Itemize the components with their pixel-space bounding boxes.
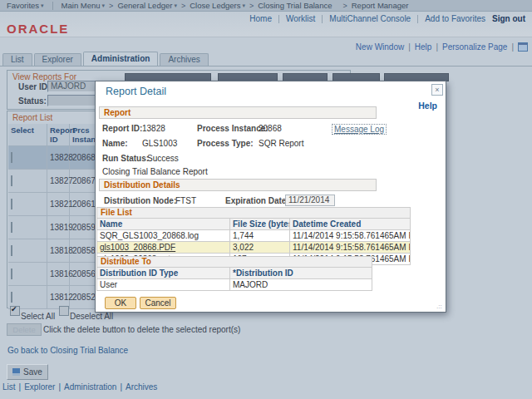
select-all-checkbox[interactable]: [10, 306, 20, 316]
add-to-favorites-link[interactable]: Add to Favorites: [425, 14, 485, 23]
file-row: gls1003_20868.PDF 3,022 11/14/2014 9:15:…: [96, 242, 411, 254]
breadcrumb-favorites[interactable]: Favorites ▾: [7, 1, 44, 10]
sign-out-link[interactable]: Sign out: [492, 14, 525, 23]
breadcrumb-label: Main Menu: [62, 1, 101, 10]
file-size-cell: 3,022: [230, 242, 290, 253]
breadcrumb: Favorites ▾ Main Menu ▾ > General Ledger…: [0, 0, 532, 12]
tab-list[interactable]: List: [2, 53, 32, 66]
ok-button[interactable]: OK: [105, 297, 136, 309]
tab-administration[interactable]: Administration: [83, 52, 159, 66]
breadcrumb-label: Favorites: [7, 1, 39, 10]
dropdown-caret-icon[interactable]: ▾: [102, 2, 106, 8]
breadcrumb-close-ledgers[interactable]: Close Ledgers ▾: [190, 1, 245, 10]
actions-separator: |: [408, 42, 411, 52]
breadcrumb-separator: >: [249, 2, 254, 10]
tab-archives[interactable]: Archives: [160, 53, 208, 66]
message-log-link[interactable]: Message Log: [332, 124, 387, 135]
modal-help-link[interactable]: Help: [418, 101, 437, 111]
page-actions: New Window | Help | Personalize Page |: [356, 42, 528, 52]
process-instance-value: 20868: [259, 124, 282, 133]
select-all-label: Select All: [21, 312, 55, 321]
delete-button[interactable]: Delete: [7, 323, 42, 336]
personalize-layout-icon[interactable]: [518, 42, 528, 52]
row-select-checkbox[interactable]: [11, 292, 12, 303]
worklist-link[interactable]: Worklist: [286, 14, 315, 23]
bottom-link-list[interactable]: List: [2, 382, 16, 392]
link-separator: |: [58, 382, 61, 392]
breadcrumb-label: Close Ledgers: [190, 1, 240, 10]
report-id-label: Report ID:: [102, 124, 142, 133]
go-back-link[interactable]: Go back to Closing Trial Balance: [7, 346, 128, 355]
save-label: Save: [23, 367, 42, 377]
report-description: Closing Trial Balance Report: [102, 167, 208, 176]
row-select-checkbox[interactable]: [11, 268, 12, 279]
nav-divider: [322, 15, 323, 23]
new-window-link[interactable]: New Window: [356, 42, 404, 52]
file-list-header: File List: [96, 207, 411, 219]
breadcrumb-separator: >: [181, 2, 185, 10]
breadcrumb-separator: >: [342, 2, 347, 10]
oracle-logo: ORACLE: [7, 22, 69, 36]
multichannel-console-link[interactable]: MultiChannel Console: [329, 14, 411, 23]
nav-divider: [278, 15, 279, 23]
distribute-to-header-row: Distribution ID Type *Distribution ID: [96, 268, 372, 279]
bottom-link-explorer[interactable]: Explorer: [24, 382, 55, 392]
row-select-checkbox[interactable]: [11, 199, 12, 209]
tab-strip: List Explorer Administration Archives: [0, 52, 532, 66]
dropdown-caret-icon[interactable]: ▾: [174, 2, 177, 8]
name-value: GLS1003: [142, 139, 177, 148]
expiration-date-input[interactable]: 11/21/2014: [285, 195, 335, 206]
save-disk-icon: [12, 368, 20, 376]
breadcrumb-main-menu[interactable]: Main Menu ▾: [62, 1, 106, 10]
report-id-cell: 13821: [47, 193, 70, 215]
distribute-to-section: Distribute To Distribution ID Type *Dist…: [96, 256, 372, 291]
report-section-header: Report: [99, 106, 377, 119]
process-instance-label: Process Instance:: [197, 124, 268, 133]
dropdown-caret-icon[interactable]: ▾: [242, 2, 245, 8]
breadcrumb-closing-trial-balance[interactable]: Closing Trial Balance: [258, 1, 332, 10]
actions-separator: |: [511, 42, 514, 52]
status-label: Status:: [18, 96, 47, 106]
column-header-distribution-id-type: Distribution ID Type: [97, 268, 230, 278]
bottom-link-administration[interactable]: Administration: [64, 382, 116, 392]
personalize-page-link[interactable]: Personalize Page: [442, 42, 507, 52]
report-id-cell: 13812: [47, 286, 70, 308]
file-name-link[interactable]: gls1003_20868.PDF: [97, 242, 230, 253]
row-select-checkbox[interactable]: [11, 245, 12, 256]
tab-explorer[interactable]: Explorer: [34, 53, 81, 66]
modal-title: Report Detail: [106, 86, 166, 97]
row-select-checkbox[interactable]: [11, 222, 12, 233]
column-header-datetime: Datetime Created: [290, 219, 410, 229]
distribute-to-header: Distribute To: [96, 256, 372, 268]
utility-nav: Home Worklist MultiChannel Console Add t…: [249, 14, 525, 23]
save-button[interactable]: Save: [7, 364, 48, 380]
expiration-date-label: Expiration Date:: [225, 196, 289, 205]
breadcrumb-report-manager[interactable]: Report Manager: [352, 1, 409, 10]
row-select-checkbox[interactable]: [11, 152, 12, 163]
home-link[interactable]: Home: [249, 14, 272, 23]
distribution-id-type-cell: User: [97, 279, 230, 290]
deselect-all-label: Deselect All: [70, 312, 113, 321]
distribution-node-label: Distribution Node:: [104, 196, 176, 205]
delete-hint-text: Click the delete button to delete the se…: [43, 325, 240, 334]
process-type-label: Process Type:: [197, 139, 254, 148]
column-header-file-size: File Size (bytes): [230, 219, 290, 229]
breadcrumb-label: Closing Trial Balance: [258, 1, 332, 10]
resize-handle-icon[interactable]: .::: [436, 303, 444, 310]
row-select-checkbox[interactable]: [11, 175, 12, 186]
cancel-button[interactable]: Cancel: [140, 297, 176, 309]
deselect-all-checkbox[interactable]: [59, 306, 69, 316]
distribution-details-header: Distribution Details: [99, 179, 377, 191]
file-name-link[interactable]: SQR_GLS1003_20868.log: [97, 230, 230, 241]
column-header-name: Name: [97, 219, 230, 229]
breadcrumb-general-ledger[interactable]: General Ledger ▾: [117, 1, 177, 10]
dropdown-caret-icon[interactable]: ▾: [41, 2, 44, 8]
run-status-label: Run Status:: [102, 154, 149, 163]
close-icon[interactable]: ×: [431, 84, 443, 96]
file-list-header-row: Name File Size (bytes) Datetime Created: [96, 219, 411, 230]
bottom-link-archives[interactable]: Archives: [126, 382, 157, 392]
name-label: Name:: [102, 139, 128, 148]
file-created-cell: 11/14/2014 9:15:58.761465AM EST: [290, 230, 410, 241]
help-link[interactable]: Help: [415, 42, 432, 52]
report-id-cell: 13827: [47, 170, 70, 192]
